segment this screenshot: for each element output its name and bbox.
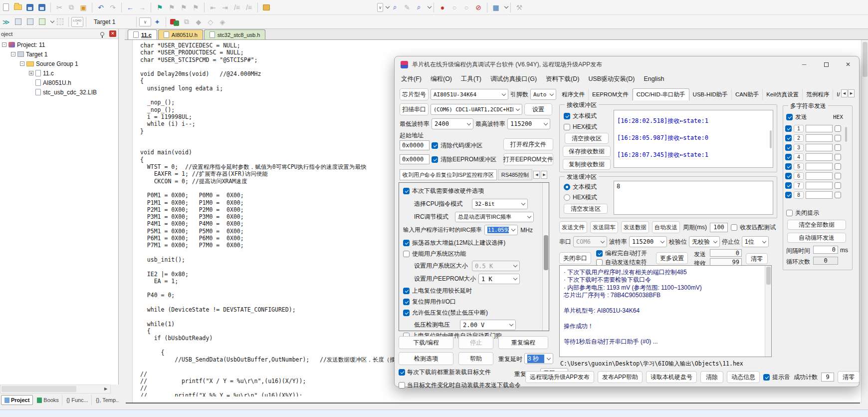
receive-text-area[interactable]: [16:28:02.518]接收←state:1 [16:28:05.987]接…: [614, 110, 773, 168]
irc-freq-select[interactable]: 11.0592: [484, 225, 518, 235]
zoom-chevron-icon[interactable]: [428, 4, 432, 8]
lvr-checkbox[interactable]: [403, 310, 410, 316]
scrollbar-thumb[interactable]: [770, 130, 772, 148]
batch-build-icon[interactable]: [36, 16, 48, 27]
uncomment-icon[interactable]: /≡: [243, 2, 255, 13]
max-baud-select[interactable]: 115200: [507, 118, 550, 129]
translate-icon[interactable]: ≫: [0, 16, 12, 27]
multi-row-text-field[interactable]: [806, 182, 833, 189]
multi-send-all-checkbox[interactable]: [786, 114, 793, 120]
dialog-tab[interactable]: CDC/HID-串口助手: [633, 88, 689, 100]
multi-row-text-field[interactable]: [806, 153, 833, 161]
repeat-program-button[interactable]: 重复编程: [498, 336, 548, 349]
editor-tab[interactable]: stc32_stc8_usb.h: [204, 29, 266, 39]
multi-row-number-button[interactable]: 4: [794, 153, 804, 161]
magic-wand-icon[interactable]: ✦: [151, 16, 163, 27]
tab-scroll-left-icon[interactable]: ◀: [841, 89, 848, 97]
manage-components-icon[interactable]: [169, 16, 181, 27]
parity-combo[interactable]: 无校验: [689, 236, 720, 247]
zoom-icon[interactable]: ⌕: [413, 2, 425, 13]
expand-icon[interactable]: +: [29, 71, 33, 75]
multi-row-text-field[interactable]: [806, 134, 833, 142]
rebuild-icon[interactable]: [24, 16, 36, 27]
options-vertical-scrollbar[interactable]: [542, 183, 549, 331]
remote-publish-button[interactable]: 远程现场升级APP发布: [525, 371, 594, 383]
copy-receive-button[interactable]: 复制接收数据: [563, 159, 611, 170]
multi-row-enable-checkbox[interactable]: [785, 125, 792, 132]
close-button[interactable]: ✕: [837, 56, 859, 72]
sub-tab-isp-reset[interactable]: 收到用户命令后复位到ISP监控程序区: [400, 169, 497, 180]
editor-tab[interactable]: 11.c: [128, 29, 157, 39]
autoload-checkbox[interactable]: [399, 382, 405, 389]
manage-books-icon[interactable]: ◇: [205, 16, 217, 27]
modify-options-checkbox[interactable]: [403, 188, 410, 194]
multi-row-enable-checkbox[interactable]: [785, 144, 792, 151]
dialog-tab[interactable]: 范例程序: [803, 89, 833, 100]
multi-row-hex-checkbox[interactable]: [835, 192, 841, 198]
menu-item[interactable]: 编程(O): [426, 75, 456, 83]
tree-item[interactable]: stc_usb_cdc_32.LIB: [0, 87, 118, 97]
code-address-field[interactable]: 0x0000: [400, 140, 430, 150]
multi-row-text-field[interactable]: [806, 125, 833, 132]
close-port-button[interactable]: 关闭串口: [559, 252, 591, 264]
breakpoint-disable-icon[interactable]: ○: [448, 2, 460, 13]
bottom-tab-books[interactable]: Books: [34, 395, 62, 405]
serial-baud-combo[interactable]: 115200: [629, 236, 667, 247]
pack-installer-icon[interactable]: ◆: [193, 16, 205, 27]
more-settings-button[interactable]: 更多设置: [656, 252, 688, 264]
collapse-icon[interactable]: -: [20, 61, 24, 66]
beep-checkbox[interactable]: [763, 374, 770, 381]
panel-splitter[interactable]: [119, 29, 125, 410]
send-file-button[interactable]: 发送文件: [559, 221, 587, 233]
recv-hex-mode-checkbox[interactable]: [564, 124, 570, 130]
auto-send-button[interactable]: 自动发送: [652, 221, 680, 233]
log-panel[interactable]: · 下次下载用户程序时,没有相关的端口控制485 · 下次下载时不需要检验下载口…: [559, 265, 772, 357]
multi-row-enable-checkbox[interactable]: [785, 163, 792, 170]
dialog-title-bar[interactable]: 单片机在线升级编程仿真调试平台软件 (V6.94Y), 远程现场升级APP发布 …: [395, 56, 859, 72]
pin-icon[interactable]: [100, 32, 104, 36]
navigate-back-icon[interactable]: ←: [124, 2, 136, 13]
chip-model-select[interactable]: AI8051U-34K64: [431, 89, 508, 100]
open-file-icon[interactable]: [12, 2, 24, 13]
project-horizontal-scrollbar[interactable]: ▶: [0, 385, 111, 394]
clear-receive-button[interactable]: 清空接收区: [565, 133, 609, 144]
open-eeprom-file-button[interactable]: 打开EEPROM文件: [503, 153, 553, 165]
scrollbar-thumb[interactable]: [845, 127, 847, 142]
send-text-area[interactable]: 8: [614, 181, 773, 215]
build-icon[interactable]: [12, 16, 24, 27]
scrollbar-thumb[interactable]: [1, 386, 76, 392]
read-disk-id-button[interactable]: 读取本机硬盘号: [646, 371, 697, 383]
user-system-area-checkbox[interactable]: [403, 251, 410, 257]
clear-all-button[interactable]: 清空全部数据: [787, 220, 846, 230]
recv-text-mode-checkbox[interactable]: [564, 113, 570, 119]
tab-scroll-right-icon[interactable]: ▶: [848, 89, 855, 97]
editor-vertical-scrollbar[interactable]: [861, 40, 868, 404]
interval-field[interactable]: 0: [813, 246, 838, 254]
menu-item[interactable]: 工具(T): [456, 75, 486, 83]
clear-send-button[interactable]: 清空发送区: [564, 204, 608, 214]
multi-row-number-button[interactable]: 5: [794, 163, 804, 170]
auto-open-port-checkbox[interactable]: [596, 250, 603, 257]
bookmark-next-icon[interactable]: ⚑: [178, 2, 190, 13]
multi-row-text-field[interactable]: [806, 191, 833, 199]
dialog-tab[interactable]: EEPROM文件: [589, 89, 633, 100]
tree-item[interactable]: -Source Group 1: [0, 59, 118, 68]
eeprom-size-select[interactable]: 1 K: [478, 274, 520, 284]
multi-row-enable-checkbox[interactable]: [785, 154, 792, 160]
multi-row-number-button[interactable]: 3: [794, 144, 804, 151]
find-icon[interactable]: ✎: [401, 2, 413, 13]
bottom-tab-func[interactable]: {} Func...: [63, 395, 92, 405]
menu-item[interactable]: 文件(F): [397, 75, 426, 83]
manage-devices-icon[interactable]: ◈: [217, 16, 228, 27]
stop-button[interactable]: 停止: [458, 336, 493, 349]
multi-row-number-button[interactable]: 7: [794, 182, 804, 189]
cpu-mode-select[interactable]: 32-Bit: [472, 199, 528, 209]
navigate-forward-icon[interactable]: →: [136, 2, 148, 13]
dialog-tab[interactable]: I/O口配置: [833, 89, 840, 100]
log-vertical-scrollbar[interactable]: [765, 266, 771, 357]
menu-item[interactable]: 调试仿真接口(G): [486, 75, 541, 83]
multi-row-hex-checkbox[interactable]: [835, 125, 841, 132]
multi-row-hex-checkbox[interactable]: [835, 135, 841, 141]
serial-port-select[interactable]: (COM6) CDC1-UART1,2CDC+HID: [431, 104, 522, 115]
match-test-checkbox[interactable]: [731, 224, 737, 231]
